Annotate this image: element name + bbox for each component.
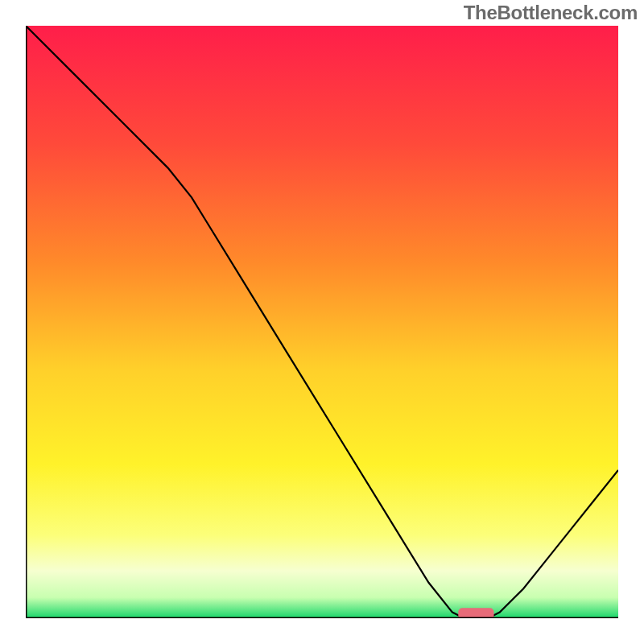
plot-area (26, 26, 618, 618)
optimum-marker (458, 608, 493, 618)
watermark-text: TheBottleneck.com (464, 2, 638, 24)
chart-container: TheBottleneck.com (0, 0, 644, 644)
chart-svg (26, 26, 618, 618)
